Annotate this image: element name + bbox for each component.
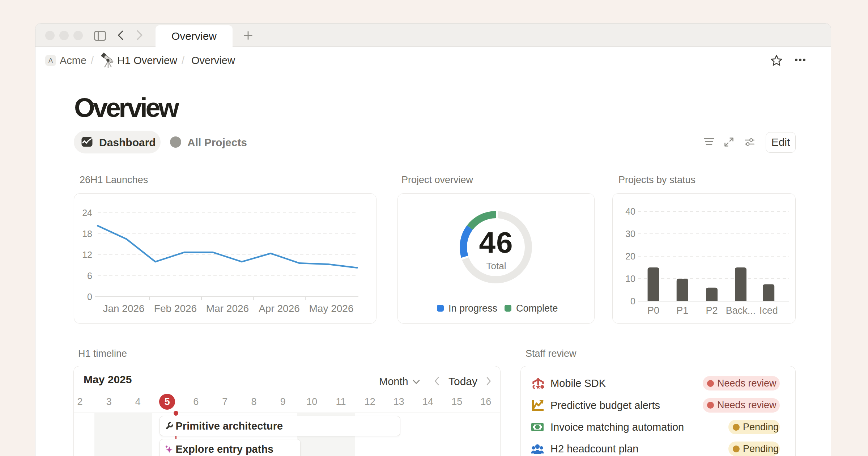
svg-text:40: 40 [625,206,635,216]
svg-text:Feb 2026: Feb 2026 [154,303,197,314]
svg-text:Jan 2026: Jan 2026 [103,303,144,314]
svg-text:20: 20 [625,251,635,261]
svg-text:18: 18 [82,229,92,239]
svg-text:P1: P1 [676,305,688,316]
svg-text:Iced: Iced [760,305,778,316]
svg-text:6: 6 [87,271,92,281]
svg-text:In progress: In progress [448,303,497,314]
svg-text:12: 12 [82,250,92,260]
svg-text:30: 30 [625,229,635,239]
svg-text:Complete: Complete [516,303,558,314]
svg-text:24: 24 [82,208,92,218]
svg-text:Apr 2026: Apr 2026 [259,303,300,314]
svg-text:10: 10 [625,274,635,284]
svg-text:Total: Total [486,261,506,271]
svg-text:P2: P2 [706,305,718,316]
svg-text:May 2026: May 2026 [309,303,354,314]
svg-text:P0: P0 [647,305,659,316]
svg-text:Mar 2026: Mar 2026 [206,303,249,314]
svg-text:0: 0 [630,296,635,306]
svg-text:0: 0 [87,292,92,302]
svg-text:Back...: Back... [726,305,756,316]
svg-text:46: 46 [479,226,513,259]
